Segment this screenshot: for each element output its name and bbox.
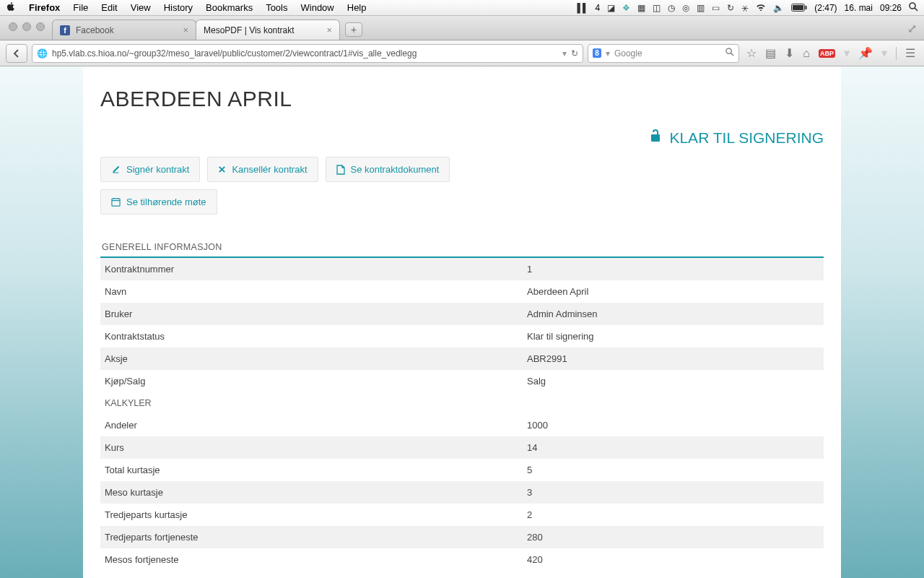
traffic-minimize[interactable] [22, 22, 31, 31]
cancel-contract-button[interactable]: Kansellér kontrakt [207, 157, 318, 182]
row-value: 5 [523, 459, 824, 481]
spotlight-icon[interactable] [909, 2, 918, 14]
page-content: ABERDEEN APRIL KLAR TIL SIGNERING Signér… [83, 66, 841, 578]
menubar-time[interactable]: 09:26 [880, 3, 902, 13]
table-row: KontraktstatusKlar til signering [100, 325, 824, 348]
adobe-icon[interactable]: ▌▌ [578, 3, 588, 13]
app-name[interactable]: Firefox [29, 2, 60, 13]
search-placeholder: Google [614, 48, 642, 59]
row-value: ABR2991 [523, 348, 824, 370]
status-icon-5[interactable]: ◷ [668, 3, 675, 13]
menu-help[interactable]: Help [347, 2, 367, 13]
status-icon-4[interactable]: ◫ [653, 3, 661, 13]
timemachine-icon[interactable]: ↻ [727, 3, 734, 13]
tab-close-icon[interactable]: × [183, 25, 188, 35]
table-row: Tredjeparts kurtasje2 [100, 504, 824, 526]
browser-toolbar: 🌐 hp5.vlab.cs.hioa.no/~group32/meso_lara… [0, 40, 924, 66]
mac-menubar: Firefox File Edit View History Bookmarks… [0, 0, 924, 16]
volume-icon[interactable]: 🔈 [773, 3, 784, 13]
google-icon: 8 [593, 48, 601, 58]
info-table: Kontraktnummer1NavnAberdeen AprilBrukerA… [100, 258, 824, 571]
status-icon-7[interactable]: ▥ [697, 3, 705, 13]
battery-icon[interactable] [791, 4, 807, 12]
wifi-icon[interactable] [756, 3, 766, 13]
svg-point-3 [910, 3, 915, 9]
button-label: Se tilhørende møte [126, 197, 206, 207]
new-tab-button[interactable]: + [345, 22, 362, 37]
facebook-icon: f [60, 25, 70, 35]
svg-line-4 [915, 8, 918, 11]
traffic-zoom[interactable] [36, 22, 45, 31]
status-icon-3[interactable]: ▦ [637, 3, 645, 13]
tab-title: MesoPDF | Vis kontrakt [204, 25, 295, 35]
menu-window[interactable]: Window [301, 2, 334, 13]
search-icon[interactable] [725, 48, 734, 59]
dropdown-icon[interactable]: ▾ [562, 48, 567, 59]
url-text: hp5.vlab.cs.hioa.no/~group32/meso_larave… [52, 48, 417, 59]
display-icon[interactable]: ▭ [712, 3, 720, 13]
search-bar[interactable]: 8 ▾ Google [588, 44, 739, 63]
row-label: Bruker [100, 303, 523, 325]
tab-mesopdf[interactable]: MesoPDF | Vis kontrakt × [196, 20, 340, 40]
row-value: 280 [523, 526, 824, 548]
status-icon-2[interactable]: ❖ [622, 3, 630, 13]
bookmark-star-icon[interactable]: ☆ [746, 46, 757, 60]
fullscreen-icon[interactable]: ⤢ [907, 22, 917, 35]
pin-icon[interactable]: 📌 [858, 46, 873, 60]
menu-bookmarks[interactable]: Bookmarks [206, 2, 253, 13]
url-bar[interactable]: 🌐 hp5.vlab.cs.hioa.no/~group32/meso_lara… [32, 44, 583, 63]
menu-history[interactable]: History [164, 2, 193, 13]
table-row: NavnAberdeen April [100, 280, 824, 303]
menu-tools[interactable]: Tools [266, 2, 287, 13]
row-value: 14 [523, 436, 824, 459]
row-label: Andeler [100, 414, 523, 436]
row-value: 3 [523, 481, 824, 504]
apple-menu-icon[interactable] [6, 1, 16, 14]
action-row-2: Se tilhørende møte [100, 189, 824, 215]
reading-list-icon[interactable]: ▤ [765, 46, 776, 60]
adblock-icon[interactable]: ABP [819, 49, 835, 58]
tabstrip: f Facebook × MesoPDF | Vis kontrakt × + … [0, 16, 924, 40]
tab-facebook[interactable]: f Facebook × [52, 20, 196, 40]
table-row: AksjeABR2991 [100, 348, 824, 370]
section-calc-heading-row: KALKYLER [100, 392, 824, 414]
window-traffic-lights[interactable] [3, 22, 52, 40]
row-value: 1 [523, 258, 824, 280]
row-value: Admin Adminsen [523, 303, 824, 325]
row-label: Tredjeparts kurtasje [100, 504, 523, 526]
row-label: Meso kurtasje [100, 481, 523, 504]
row-label: Kjøp/Salg [100, 370, 523, 392]
row-value: Salg [523, 370, 824, 392]
view-document-button[interactable]: Se kontraktdokument [326, 157, 450, 182]
back-button[interactable] [6, 44, 27, 63]
traffic-close[interactable] [9, 22, 17, 31]
unlock-icon [649, 129, 663, 147]
view-meeting-button[interactable]: Se tilhørende møte [100, 189, 217, 215]
row-label: Kontraktstatus [100, 325, 523, 348]
row-value: 420 [523, 548, 824, 571]
menu-edit[interactable]: Edit [101, 2, 117, 13]
row-label: Kontraktnummer [100, 258, 523, 280]
hamburger-menu-icon[interactable]: ☰ [905, 46, 915, 60]
bluetooth-icon[interactable]: ⚹ [741, 3, 749, 13]
button-label: Kansellér kontrakt [232, 164, 307, 175]
svg-rect-7 [112, 199, 120, 206]
row-value: Klar til signering [523, 325, 824, 348]
menubar-date[interactable]: 16. mai [845, 3, 873, 13]
tab-close-icon[interactable]: × [326, 25, 332, 35]
menu-file[interactable]: File [73, 2, 88, 13]
battery-text: (2:47) [814, 3, 837, 13]
home-icon[interactable]: ⌂ [803, 47, 810, 60]
status-icon-1[interactable]: ◪ [607, 3, 615, 13]
table-row: Kurs14 [100, 436, 824, 459]
status-icon-6[interactable]: ◎ [682, 3, 689, 13]
table-row: Tredjeparts fortjeneste280 [100, 526, 824, 548]
table-row: BrukerAdmin Adminsen [100, 303, 824, 325]
sign-contract-button[interactable]: Signér kontrakt [100, 157, 200, 182]
reload-icon[interactable]: ↻ [571, 48, 578, 59]
section-calc-heading: KALKYLER [100, 392, 824, 414]
table-row: Mesos fortjeneste420 [100, 548, 824, 571]
edit-icon [111, 165, 121, 174]
downloads-icon[interactable]: ⬇ [785, 46, 794, 60]
menu-view[interactable]: View [131, 2, 151, 13]
